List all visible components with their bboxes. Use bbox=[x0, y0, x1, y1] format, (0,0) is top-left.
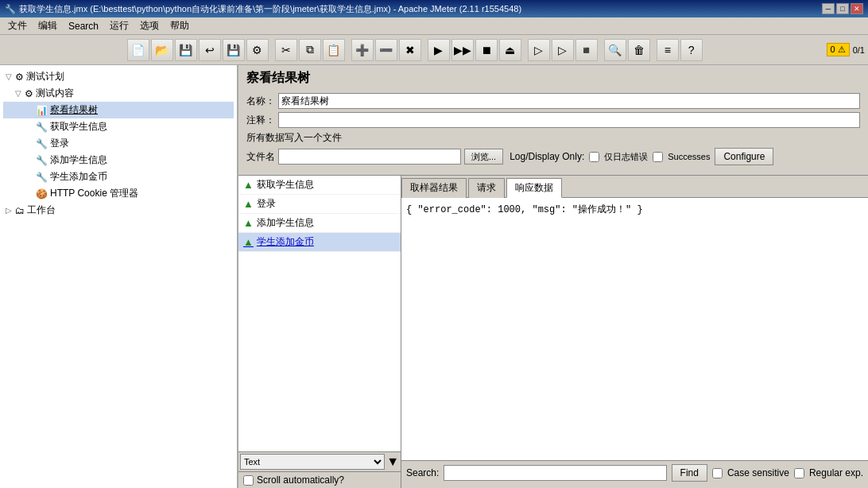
result-list-item[interactable]: ▲添加学生信息 bbox=[238, 214, 401, 233]
tree-area: ▽⚙测试计划▽⚙测试内容📊察看结果树🔧获取学生信息🔧登录🔧添加学生信息🔧学生添加… bbox=[0, 65, 237, 488]
list-button[interactable]: ≡ bbox=[657, 39, 679, 61]
tab-取样器结果[interactable]: 取样器结果 bbox=[401, 178, 467, 198]
results-list: ▲获取学生信息▲登录▲添加学生信息▲学生添加金币 bbox=[238, 176, 401, 451]
remote-stop-button[interactable]: ◾ bbox=[575, 39, 598, 61]
tab-请求[interactable]: 请求 bbox=[468, 178, 505, 198]
tree-node-label: 登录 bbox=[50, 137, 69, 150]
successes-checkbox[interactable] bbox=[653, 152, 663, 162]
app-icon: 🔧 bbox=[5, 4, 16, 14]
tab-响应数据[interactable]: 响应数据 bbox=[506, 178, 562, 198]
help-button[interactable]: ? bbox=[680, 39, 703, 61]
error-only-label: 仅日志错误 bbox=[604, 151, 648, 163]
display-type-select[interactable]: Text bbox=[240, 454, 385, 470]
comment-input[interactable] bbox=[278, 112, 860, 128]
tree-node[interactable]: 📊察看结果树 bbox=[3, 102, 234, 118]
tree-node[interactable]: ▷🗂工作台 bbox=[3, 202, 234, 219]
new-button[interactable]: 📄 bbox=[127, 39, 149, 61]
start-no-pauses-button[interactable]: ▶▶ bbox=[451, 39, 474, 61]
browse-button[interactable]: 浏览... bbox=[464, 149, 503, 165]
revert-button[interactable]: ↩ bbox=[199, 39, 221, 61]
detail-panel: 取样器结果请求响应数据 { "error_code": 1000, "msg":… bbox=[401, 176, 868, 488]
response-content: { "error_code": 1000, "msg": "操作成功！" } bbox=[401, 198, 868, 460]
remote-start-all-button[interactable]: ▷ bbox=[552, 39, 574, 61]
search-bar: Search: Find Case sensitive Regular exp. bbox=[401, 460, 868, 485]
filename-input[interactable] bbox=[278, 149, 461, 165]
results-list-panel: ▲获取学生信息▲登录▲添加学生信息▲学生添加金币 Text ▼ Scroll a… bbox=[238, 176, 401, 488]
tree-node[interactable]: 🔧登录 bbox=[3, 135, 234, 152]
tree-node[interactable]: 🔧获取学生信息 bbox=[3, 118, 234, 135]
file-section-label: 所有数据写入一个文件 bbox=[246, 131, 860, 145]
result-list-item[interactable]: ▲学生添加金币 bbox=[238, 233, 401, 252]
tree-node-icon: ⚙ bbox=[15, 72, 24, 83]
dropdown-arrow-icon[interactable]: ▼ bbox=[386, 455, 399, 469]
menu-item-编辑[interactable]: 编辑 bbox=[33, 17, 62, 34]
maximize-button[interactable]: □ bbox=[836, 3, 849, 14]
add-button[interactable]: ➕ bbox=[351, 39, 374, 61]
search-input[interactable] bbox=[444, 465, 666, 481]
clear-button[interactable]: ✖ bbox=[399, 39, 421, 61]
result-list-item[interactable]: ▲登录 bbox=[238, 195, 401, 214]
properties-button[interactable]: ⚙ bbox=[246, 39, 269, 61]
tree-node[interactable]: 🍪HTTP Cookie 管理器 bbox=[3, 185, 234, 202]
tree-node[interactable]: 🔧学生添加金币 bbox=[3, 168, 234, 185]
tree-expand-icon: ▽ bbox=[14, 89, 22, 98]
case-sensitive-checkbox[interactable] bbox=[712, 468, 723, 478]
find-button[interactable]: Find bbox=[672, 464, 707, 482]
file-row: 文件名 浏览... Log/Display Only: 仅日志错误 Succes… bbox=[246, 148, 860, 165]
left-panel: ▽⚙测试计划▽⚙测试内容📊察看结果树🔧获取学生信息🔧登录🔧添加学生信息🔧学生添加… bbox=[0, 65, 238, 488]
tree-node[interactable]: ▽⚙测试计划 bbox=[3, 68, 234, 85]
tree-node-icon: 🔧 bbox=[36, 122, 48, 133]
tree-node[interactable]: ▽⚙测试内容 bbox=[3, 85, 234, 102]
title-bar-left: 🔧 获取学生信息.jmx (E:\besttest\python\python自… bbox=[5, 3, 521, 15]
tree-node-label: 添加学生信息 bbox=[50, 153, 107, 167]
counter-text: 0/1 bbox=[853, 45, 865, 55]
tree-node-label: 学生添加金币 bbox=[50, 170, 107, 184]
title-bar-controls: ─ □ ✕ bbox=[822, 3, 863, 14]
save-as-button[interactable]: 💾 bbox=[223, 39, 245, 61]
regexp-checkbox[interactable] bbox=[794, 468, 804, 478]
log-display-label: Log/Display Only: bbox=[510, 151, 584, 162]
copy-button[interactable]: ⧉ bbox=[299, 39, 321, 61]
result-item-icon: ▲ bbox=[243, 236, 254, 248]
configure-button[interactable]: Configure bbox=[715, 148, 773, 165]
toolbar-separator bbox=[652, 39, 655, 61]
scroll-auto-checkbox[interactable] bbox=[243, 475, 254, 486]
cut-button[interactable]: ✂ bbox=[275, 39, 297, 61]
toolbar-separator bbox=[423, 39, 426, 61]
title-bar: 🔧 获取学生信息.jmx (E:\besttest\python\python自… bbox=[0, 0, 868, 17]
toolbar-separator bbox=[270, 39, 273, 61]
remove-button[interactable]: ➖ bbox=[375, 39, 397, 61]
tree-node-icon: 🔧 bbox=[36, 138, 48, 149]
tree-node-label: 察看结果树 bbox=[50, 103, 98, 117]
name-row: 名称： bbox=[246, 93, 860, 109]
search-button[interactable]: 🔍 bbox=[604, 39, 626, 61]
tree-node-label: 工作台 bbox=[27, 203, 56, 217]
menu-item-帮助[interactable]: 帮助 bbox=[165, 17, 194, 34]
menu-item-运行[interactable]: 运行 bbox=[105, 17, 134, 34]
result-item-icon: ▲ bbox=[243, 198, 254, 210]
tree-node-label: 测试计划 bbox=[26, 70, 64, 83]
remote-start-button[interactable]: ▷ bbox=[528, 39, 550, 61]
tree-node[interactable]: 🔧添加学生信息 bbox=[3, 152, 234, 168]
main-area: ▽⚙测试计划▽⚙测试内容📊察看结果树🔧获取学生信息🔧登录🔧添加学生信息🔧学生添加… bbox=[0, 65, 868, 488]
tree-node-icon: 📊 bbox=[36, 105, 48, 116]
start-button[interactable]: ▶ bbox=[428, 39, 450, 61]
clear-all-button[interactable]: 🗑 bbox=[628, 39, 650, 61]
menu-item-选项[interactable]: 选项 bbox=[135, 17, 164, 34]
save-button[interactable]: 💾 bbox=[175, 39, 197, 61]
tree-node-icon: 🔧 bbox=[36, 155, 48, 166]
result-list-item[interactable]: ▲获取学生信息 bbox=[238, 176, 401, 195]
menu-item-Search[interactable]: Search bbox=[64, 19, 103, 33]
minimize-button[interactable]: ─ bbox=[822, 3, 835, 14]
paste-button[interactable]: 📋 bbox=[323, 39, 345, 61]
case-sensitive-label: Case sensitive bbox=[727, 467, 789, 478]
name-input[interactable] bbox=[278, 93, 860, 109]
shutdown-button[interactable]: ⏏ bbox=[499, 39, 521, 61]
close-button[interactable]: ✕ bbox=[851, 3, 863, 14]
tree-expand-icon: ▽ bbox=[5, 72, 13, 81]
error-only-checkbox[interactable] bbox=[589, 152, 599, 162]
stop-button[interactable]: ⏹ bbox=[475, 39, 498, 61]
menu-item-文件[interactable]: 文件 bbox=[3, 17, 32, 34]
name-label: 名称： bbox=[246, 95, 275, 108]
open-button[interactable]: 📂 bbox=[151, 39, 173, 61]
